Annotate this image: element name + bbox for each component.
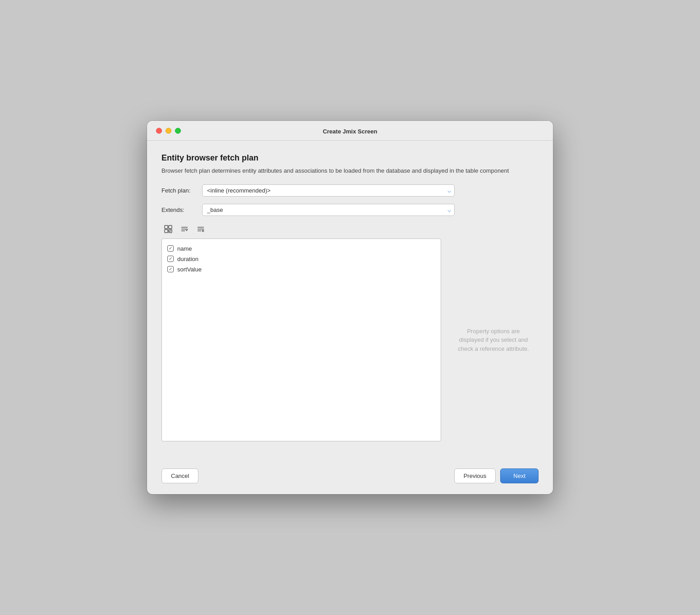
check-all-icon (180, 225, 189, 233)
dialog-content: Entity browser fetch plan Browser fetch … (147, 141, 553, 463)
extends-label: Extends: (161, 207, 202, 213)
cancel-button[interactable]: Cancel (161, 468, 198, 483)
property-options-panel: Property options are displayed if you se… (448, 239, 539, 441)
next-button[interactable]: Next (500, 468, 539, 483)
extends-select-wrapper: _base_local_minimal ⌵ (202, 204, 455, 216)
attribute-item-name[interactable]: name (162, 243, 441, 254)
attribute-item-duration[interactable]: duration (162, 254, 441, 264)
attributes-panel: name duration sortValue (161, 239, 441, 441)
attribute-checkbox-sortvalue[interactable] (167, 266, 174, 272)
uncheck-all-button[interactable] (194, 223, 207, 235)
dialog-footer: Cancel Previous Next (147, 463, 553, 494)
attribute-checkbox-name[interactable] (167, 245, 174, 252)
extends-row: Extends: _base_local_minimal ⌵ (161, 204, 539, 216)
minimize-button[interactable] (166, 128, 171, 133)
select-all-icon (164, 225, 172, 233)
section-title: Entity browser fetch plan (161, 153, 539, 163)
attribute-checkbox-duration[interactable] (167, 256, 174, 262)
property-hint-text: Property options are displayed if you se… (456, 327, 531, 353)
check-all-button[interactable] (178, 223, 191, 235)
previous-button[interactable]: Previous (454, 468, 496, 483)
attribute-label-sortvalue: sortValue (177, 266, 202, 273)
fetch-plan-select-wrapper: <inline (recommended)>_base_local_minima… (202, 184, 455, 197)
svg-rect-0 (165, 225, 168, 229)
maximize-button[interactable] (175, 128, 181, 133)
svg-rect-2 (165, 229, 168, 233)
attribute-label-duration: duration (177, 256, 198, 262)
select-all-button[interactable] (161, 223, 175, 235)
dialog-window: Create Jmix Screen Entity browser fetch … (147, 121, 553, 494)
section-description: Browser fetch plan determines entity att… (161, 166, 539, 175)
attributes-toolbar (161, 223, 539, 235)
attribute-label-name: name (177, 245, 192, 252)
title-bar: Create Jmix Screen (147, 121, 553, 141)
attribute-item-sortvalue[interactable]: sortValue (162, 264, 441, 275)
close-button[interactable] (156, 128, 162, 133)
content-area: name duration sortValue Property options… (161, 239, 539, 441)
window-title: Create Jmix Screen (323, 128, 378, 135)
fetch-plan-select[interactable]: <inline (recommended)>_base_local_minima… (202, 184, 455, 197)
window-controls (156, 128, 181, 133)
fetch-plan-row: Fetch plan: <inline (recommended)>_base_… (161, 184, 539, 197)
extends-select[interactable]: _base_local_minimal (202, 204, 455, 216)
footer-right: Previous Next (454, 468, 539, 483)
svg-rect-1 (169, 225, 172, 229)
fetch-plan-label: Fetch plan: (161, 187, 202, 194)
uncheck-all-icon (197, 225, 205, 233)
